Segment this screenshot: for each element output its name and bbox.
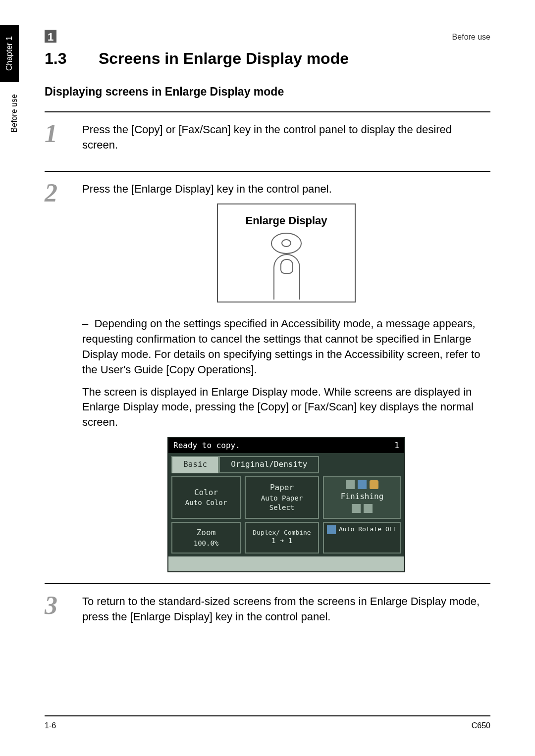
header-running-head: Before use [452,32,490,43]
section-number: 1.3 [45,48,94,70]
step-3: 3 To return to the standard-sized screen… [45,583,490,632]
side-chapter-tab: Chapter 1 [0,25,19,82]
staple-icon [346,480,355,489]
enlarge-display-button-icon [271,233,302,254]
btn-auto-rotate[interactable]: Auto Rotate OFF [323,522,401,554]
note-text: Depending on the settings specified in A… [82,317,480,375]
btn-duplex-value: 1 ➜ 1 [249,536,315,546]
step-3-text: To return to the standard-sized screens … [82,594,490,625]
step-2-text: Press the [Enlarge Display] key in the c… [82,182,490,197]
step-1-text: Press the [Copy] or [Fax/Scan] key in th… [82,122,490,153]
btn-duplex-title: Duplex/ Combine [249,529,315,536]
lcd-footer-area [168,556,404,571]
side-running-head: Before use [9,94,20,132]
copier-lcd: Ready to copy. 1 Basic Original/Density … [167,437,405,572]
btn-finishing-label: Finishing [341,492,384,501]
btn-duplex-combine[interactable]: Duplex/ Combine 1 ➜ 1 [245,522,319,554]
footer-model: C650 [472,720,490,731]
btn-color-value: Auto Color [175,498,237,508]
fold-icon [370,480,378,489]
sort-icon [352,504,361,513]
tab-original-density[interactable]: Original/Density [219,456,319,473]
enlarge-display-key-label: Enlarge Display [245,213,327,229]
btn-color[interactable]: Color Auto Color [171,476,241,519]
step-2: 2 Press the [Enlarge Display] key in the… [45,171,490,573]
step-number: 1 [45,122,74,160]
auto-rotate-icon [327,525,336,534]
btn-paper-title: Paper [249,482,315,493]
btn-auto-rotate-label: Auto Rotate OFF [339,525,397,533]
lcd-copy-count: 1 [394,440,399,451]
step-2-after: The screen is displayed in Enlarge Displ… [82,385,490,430]
btn-zoom-value: 100.0% [175,539,237,549]
enlarge-display-key-figure: Enlarge Display [217,203,356,302]
step-number: 2 [45,182,74,573]
btn-zoom[interactable]: Zoom 100.0% [171,522,241,554]
step-1: 1 Press the [Copy] or [Fax/Scan] key in … [45,111,490,160]
section-title: 1.3 Screens in Enlarge Display mode [45,48,490,70]
btn-paper-value: Auto Paper Select [249,494,315,513]
punch-icon [358,480,367,489]
finger-press-icon [262,249,311,297]
btn-finishing[interactable]: Finishing [323,476,401,519]
lcd-status: Ready to copy. [173,440,240,451]
header-section-chip: 1 [45,30,56,43]
tab-basic[interactable]: Basic [171,456,219,473]
btn-paper[interactable]: Paper Auto Paper Select [245,476,319,519]
note-dash: – [82,317,88,330]
btn-zoom-title: Zoom [175,527,237,538]
step-2-note: – Depending on the settings specified in… [82,316,490,377]
btn-color-title: Color [175,487,237,498]
subsection-title: Displaying screens in Enlarge Display mo… [45,84,490,100]
group-icon [364,504,373,513]
section-title-text: Screens in Enlarge Display mode [99,50,349,67]
step-number: 3 [45,594,74,632]
footer-page-number: 1-6 [45,720,56,731]
